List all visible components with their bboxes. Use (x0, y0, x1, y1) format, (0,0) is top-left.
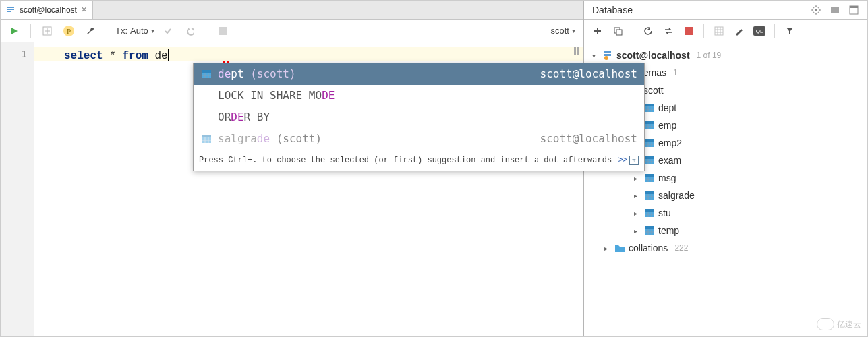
tree-meta: 1 of 19 (697, 51, 722, 60)
tree-label: exam (658, 155, 681, 166)
chevron-down-icon: ▾ (572, 27, 575, 34)
svg-text:P: P (67, 27, 71, 35)
schema-selector[interactable]: scott ▾ (551, 26, 578, 36)
tree-label: dept (658, 102, 676, 113)
autocomplete-item[interactable]: dept (scott) scott@localhost (194, 63, 644, 85)
keyword-select: select (64, 50, 103, 62)
autocomplete-hint: Press Ctrl+. to choose the selected (or … (194, 150, 644, 171)
tree-node-datasource[interactable]: ▾ scott@localhost 1 of 19 (588, 47, 867, 64)
table-icon (643, 137, 656, 149)
tab-close-icon[interactable]: ✕ (81, 5, 87, 14)
autocomplete-source: scott@localhost (540, 131, 638, 146)
tree-label: temp (658, 225, 679, 236)
svg-point-17 (604, 56, 608, 60)
svg-rect-3 (219, 27, 227, 35)
line-number: 1 (1, 47, 34, 61)
pause-indicator-icon (574, 47, 579, 55)
svg-rect-14 (715, 27, 723, 35)
svg-rect-4 (202, 70, 211, 73)
svg-rect-13 (616, 30, 622, 35)
keyword-from: from (122, 50, 148, 62)
schema-selector-value: scott (551, 26, 569, 36)
table-icon (200, 133, 212, 145)
tree-label: salgrade (658, 190, 695, 201)
duplicate-button[interactable] (610, 23, 626, 39)
folder-icon (614, 242, 626, 254)
tree-label: emp2 (658, 137, 682, 148)
tree-meta: 1 (673, 68, 678, 78)
tx-label: Tx: (115, 26, 127, 36)
autocomplete-text: LOCK IN SHARE MODE (218, 88, 637, 103)
table-icon (200, 68, 212, 80)
svg-rect-11 (850, 6, 858, 8)
add-datasource-button[interactable] (589, 23, 606, 39)
editor-tab[interactable]: scott@localhost ✕ (1, 1, 93, 19)
hint-text: Press Ctrl+. to choose the selected (or … (199, 153, 616, 168)
table-view-button[interactable] (711, 23, 727, 39)
autocomplete-item[interactable]: LOCK IN SHARE MODE (194, 85, 644, 106)
tree-label: scott (643, 85, 664, 96)
chevron-right-icon[interactable]: ▸ (630, 192, 641, 200)
separator (633, 24, 633, 38)
editor-tab-strip: scott@localhost ✕ (1, 1, 583, 20)
svg-rect-25 (645, 139, 654, 142)
code-line[interactable]: select * from de (34, 47, 583, 61)
refresh-button[interactable] (640, 23, 656, 39)
tree-node-table[interactable]: ▸temp (588, 222, 867, 239)
datasource-icon (602, 49, 614, 61)
scroll-target-icon[interactable] (809, 3, 823, 17)
chevron-right-icon[interactable]: ▸ (600, 245, 611, 252)
hide-panel-icon[interactable] (847, 3, 861, 17)
separator (703, 24, 704, 38)
transaction-mode-dropdown[interactable]: Tx: Auto ▾ (115, 26, 154, 36)
chevron-right-icon[interactable]: ▸ (630, 210, 641, 217)
tx-mode-value: Auto (130, 26, 148, 36)
rollback-button[interactable] (181, 23, 198, 39)
tree-node-collations[interactable]: ▸ collations 222 (588, 239, 867, 257)
chevron-right-icon[interactable]: ▸ (630, 227, 641, 235)
separator (30, 24, 31, 38)
pi-icon[interactable]: π (629, 156, 639, 165)
explain-plan-button[interactable] (39, 23, 55, 39)
autocomplete-item[interactable]: salgrade (scott) scott@localhost (194, 128, 644, 150)
code-area[interactable]: select * from de dept (scott) scott@loca… (34, 42, 583, 336)
run-button[interactable] (6, 23, 22, 39)
table-icon (643, 172, 656, 184)
chevron-down-icon[interactable]: ▾ (588, 52, 599, 59)
tree-label: emp (658, 120, 676, 131)
blank-icon (200, 90, 212, 102)
autocomplete-source: scott@localhost (540, 67, 638, 82)
collapse-all-icon[interactable] (828, 3, 842, 17)
tree-node-table[interactable]: ▸msg (588, 169, 867, 187)
tab-title: scott@localhost (20, 5, 77, 15)
chevron-right-icon[interactable]: ▸ (630, 175, 641, 182)
stop-button[interactable] (681, 23, 697, 39)
text-caret (168, 49, 169, 61)
svg-rect-35 (645, 226, 654, 229)
sync-button[interactable] (660, 23, 676, 39)
console-icon (6, 5, 16, 15)
tree-node-table[interactable]: ▸stu (588, 204, 867, 222)
autocomplete-text: ORDER BY (218, 110, 637, 125)
more-link[interactable]: >> (618, 153, 627, 168)
tree-label: stu (658, 208, 671, 218)
settings-button[interactable] (82, 23, 98, 39)
typed-text: de (154, 50, 167, 62)
edit-button[interactable] (731, 23, 747, 39)
commit-button[interactable] (160, 23, 176, 39)
ql-console-button[interactable]: QL (751, 23, 768, 39)
table-icon (643, 119, 656, 131)
parameters-button[interactable]: P (61, 23, 77, 39)
svg-rect-6 (202, 135, 211, 137)
sql-editor[interactable]: 1 select * from de dept (scott) scott@lo… (1, 42, 583, 336)
stop-button[interactable] (214, 23, 231, 39)
table-icon (643, 224, 656, 237)
line-gutter: 1 (1, 42, 34, 336)
tree-label: msg (658, 173, 676, 183)
svg-rect-29 (645, 174, 654, 177)
separator (774, 24, 775, 38)
autocomplete-item[interactable]: ORDER BY (194, 106, 644, 128)
svg-rect-27 (645, 156, 654, 159)
filter-button[interactable] (782, 23, 798, 39)
tree-node-table[interactable]: ▸salgrade (588, 187, 867, 204)
